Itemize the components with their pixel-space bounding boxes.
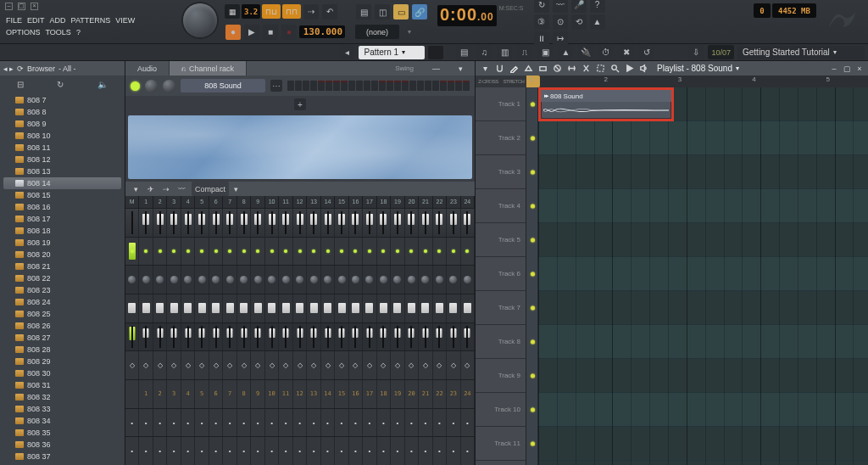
fB-cell[interactable] [391,323,404,351]
metronome-a-icon[interactable]: ⊓⊔ [262,4,281,19]
track-header[interactable]: Track 1 [476,87,526,121]
mixer-header[interactable]: 8 [237,196,251,208]
fB-cell[interactable] [237,323,251,351]
leds-cell[interactable] [363,238,376,266]
browser-item[interactable]: 808 32 [0,391,125,403]
pads-cell[interactable] [419,294,432,322]
fA-cell[interactable] [223,209,236,237]
mixer-faders-b[interactable] [125,322,475,351]
draw-tool-icon[interactable] [508,63,520,74]
slice-tool-icon[interactable] [580,63,593,74]
fA-cell[interactable] [209,209,223,237]
fB-cell[interactable] [377,323,391,351]
tab-audio[interactable]: Audio [125,61,170,76]
pads-cell[interactable] [167,294,181,322]
pads-cell[interactable] [139,294,153,322]
menu-file[interactable]: FILE [3,14,25,26]
fA-cell[interactable] [237,209,251,237]
mixer-header[interactable]: 18 [377,196,391,208]
play-button[interactable]: ▶ [244,25,259,40]
channel-name-button[interactable]: 808 Sound [181,79,265,92]
leds-cell[interactable] [447,238,460,266]
grid-row[interactable] [538,155,868,189]
fA-cell[interactable] [447,209,460,237]
tempo-tap-icon[interactable]: ⏱ [598,45,614,60]
pl-min-icon[interactable]: – [829,64,839,73]
fA-cell[interactable] [391,209,404,237]
kn-cell[interactable] [293,266,307,294]
dots1-cell[interactable] [321,409,335,437]
prev-pattern-icon[interactable]: ◂ [339,45,354,60]
leds-cell[interactable] [279,238,292,266]
step-cell[interactable] [463,81,470,91]
step-cell[interactable] [318,81,325,91]
playlist-ruler[interactable]: 12345 [526,76,868,87]
grid-row[interactable] [538,359,868,393]
zoom-tool-icon[interactable] [609,63,621,74]
mixer-view-mode[interactable]: Compact [192,182,229,196]
dots2-cell[interactable] [391,437,404,465]
browser-item[interactable]: 808 12 [0,154,125,165]
browser-item[interactable]: 808 19 [0,237,125,249]
dots1-cell[interactable] [125,409,139,437]
step-cell[interactable] [394,81,401,91]
mixer-header[interactable]: 21 [419,196,432,208]
grid-row[interactable] [538,325,868,359]
mixer-header[interactable]: 12 [293,196,307,208]
dots2-cell[interactable] [293,437,307,465]
browser-back-icon[interactable]: ◂ [3,64,8,73]
time-sig[interactable]: 3.2 [242,4,260,19]
mixer-link-icon[interactable]: ⇢ [161,184,171,194]
mixer-faders-a[interactable] [125,208,475,237]
collapse-icon[interactable]: ⊟ [17,80,24,89]
dots1-cell[interactable] [167,409,181,437]
leds-cell[interactable] [419,238,432,266]
mixer-send-dots-b[interactable] [125,436,475,465]
leds-cell[interactable] [461,238,475,266]
wave-icon[interactable]: 〰 [553,0,568,13]
mixer-header[interactable]: 24 [461,196,475,208]
fB-cell[interactable] [307,323,320,351]
leds-cell[interactable] [209,238,223,266]
pads-cell[interactable] [335,294,348,322]
dots2-cell[interactable] [265,437,279,465]
browser-item[interactable]: 808 8 [0,106,125,118]
menu-add[interactable]: ADD [47,14,69,26]
mixer-header[interactable]: 22 [433,196,447,208]
view-channelrack-icon[interactable]: ▥ [497,45,512,60]
kn-cell[interactable] [433,266,447,294]
arr-cell[interactable] [181,351,195,379]
browser-item[interactable]: 808 23 [0,284,125,296]
fB-cell[interactable] [321,323,335,351]
dots1-cell[interactable] [405,409,419,437]
pat-indicator[interactable]: ▦ [225,4,240,19]
dots2-cell[interactable] [349,437,363,465]
dots2-cell[interactable] [335,437,348,465]
pads-cell[interactable] [181,294,195,322]
audio-clip-highlighted[interactable]: 808 Sound [538,87,674,121]
leds-cell[interactable] [251,238,264,266]
browser-item[interactable]: 808 20 [0,249,125,261]
fB-cell[interactable] [349,323,363,351]
leds-cell[interactable] [307,238,320,266]
step-cell[interactable] [348,81,355,91]
dots1-cell[interactable] [349,409,363,437]
mixer-header[interactable]: 10 [265,196,279,208]
mixer-fx-arrows[interactable] [125,350,475,379]
arr-cell[interactable] [405,351,419,379]
track-header[interactable]: Track 8 [476,325,526,359]
dots2-cell[interactable] [279,437,292,465]
dots1-cell[interactable] [237,409,251,437]
menu-options[interactable]: OPTIONS [3,26,43,38]
reread-icon[interactable]: ↻ [57,80,64,89]
fA-cell[interactable] [251,209,264,237]
fA-cell[interactable] [405,209,419,237]
arr-cell[interactable] [335,351,348,379]
undo-history-icon[interactable]: ↺ [639,45,654,60]
fB-cell[interactable] [293,323,307,351]
dots1-cell[interactable] [279,409,292,437]
browser-item[interactable]: 808 28 [0,344,125,356]
leds-cell[interactable] [167,238,181,266]
dots2-cell[interactable] [419,437,432,465]
channel-vol-knob[interactable] [163,80,175,92]
